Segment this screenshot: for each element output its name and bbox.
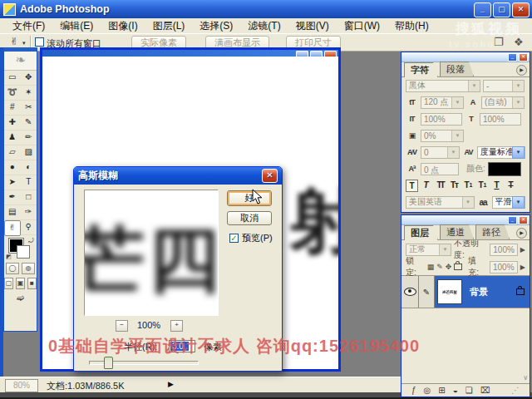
opacity-spinner-icon[interactable]: ▶ [520,246,525,254]
layer-visibility-eye-icon[interactable] [404,288,416,296]
adjustment-layer-icon[interactable]: ◒ [453,386,458,395]
baseline-shift-field[interactable]: 0 点 [421,163,459,175]
tab-channels[interactable]: 通道 [440,224,474,239]
move-tool[interactable]: ✥ [21,71,37,86]
blend-mode-select[interactable]: 正常 ▼ [406,244,451,256]
close-button[interactable]: ✕ [512,2,530,17]
tracking-select[interactable]: 度量标准 ▼ [477,146,525,159]
new-layer-icon[interactable]: ❏ [466,386,473,395]
layers-palette-titlebar[interactable]: _ ✕ [401,215,530,225]
dialog-close-button[interactable]: ✕ [262,169,278,183]
palette-close-icon[interactable]: ✕ [519,216,528,224]
new-group-icon[interactable]: ⊞ [438,386,445,395]
menu-file[interactable]: 文件(F) [5,18,52,34]
menu-select[interactable]: 选择(S) [192,18,240,34]
character-palette-titlebar[interactable]: _ ✕ [401,52,530,62]
palette-close-icon[interactable]: ✕ [519,53,528,62]
background-layer-row[interactable]: ✎ 光芒四射 背景 [401,275,530,308]
standard-mode-button[interactable]: ◯ [6,263,19,274]
zoom-in-button[interactable]: + [170,320,183,332]
hand-tool[interactable]: ✌ [4,220,21,236]
tab-paragraph[interactable]: 段落 [440,62,474,76]
font-size-select[interactable]: 120 点 ▼ [421,96,464,109]
lock-transparency-icon[interactable]: ▦ [427,263,435,271]
palette-menu-icon[interactable]: ▶ [516,65,527,76]
default-colors-icon[interactable]: ◩ [6,254,12,260]
font-style-select[interactable]: - ▼ [483,80,525,92]
menu-filter[interactable]: 滤镜(T) [240,18,288,34]
swap-colors-icon[interactable]: ⤾ [28,237,34,245]
brush-tool[interactable]: ✎ [21,116,37,131]
layer-style-icon[interactable]: ƒ [411,386,416,395]
minimize-button[interactable]: _ [474,2,491,17]
ok-button[interactable]: 好 [227,190,272,206]
tab-paths[interactable]: 路径 [475,224,510,239]
maximize-button[interactable]: ▢ [493,2,510,17]
superscript-button[interactable]: T1 [462,180,475,192]
delete-layer-icon[interactable]: ⌧ [480,386,490,395]
palette-menu-icon[interactable]: ▶ [516,228,527,239]
layer-mask-icon[interactable]: ◎ [424,386,431,395]
path-selection-tool[interactable]: ➤ [4,175,21,190]
dodge-tool[interactable]: ◐ [21,160,37,175]
lock-all-icon[interactable] [454,264,462,270]
clone-stamp-tool[interactable]: ♟ [4,131,21,145]
history-brush-tool[interactable]: ✏ [21,131,37,145]
crop-tool[interactable]: # [4,101,21,116]
standard-screen-button[interactable]: ▢ [4,278,13,289]
leading-select[interactable]: (自动) ▼ [481,96,525,109]
palette-minimize-icon[interactable]: _ [508,53,517,62]
radius-slider-thumb[interactable] [104,357,113,369]
resize-grip-icon[interactable]: ⋰ [511,386,520,395]
magic-wand-tool[interactable]: ✶ [21,86,37,101]
vertical-scale-field[interactable]: 100% [421,113,462,126]
language-select[interactable]: 美国英语 ▼ [406,196,475,209]
blur-tool[interactable]: ● [4,160,21,175]
opacity-field[interactable]: 100% [490,244,518,256]
horizontal-scale-field[interactable]: 100% [480,113,521,126]
eyedropper-tool[interactable]: ✑ [21,205,37,220]
pen-tool[interactable]: ✒ [4,190,21,205]
zoom-percentage-field[interactable]: 80% [5,379,38,392]
tab-layers[interactable]: 图层 [404,225,438,240]
layer-thumbnail[interactable]: 光芒四射 [438,280,461,303]
notes-tool[interactable]: ▤ [4,205,21,220]
fullscreen-menubar-button[interactable]: ▣ [16,278,25,289]
dialog-titlebar[interactable]: 高斯模糊 ✕ [74,167,282,185]
zoom-out-button[interactable]: − [116,320,128,332]
gradient-tool[interactable]: ▨ [21,145,37,160]
document-titlebar[interactable] [42,50,338,57]
scroll-down-icon[interactable]: ∨ [523,374,528,382]
text-color-swatch[interactable] [488,162,521,176]
menu-help[interactable]: 帮助(H) [387,18,436,34]
all-caps-button[interactable]: TT [434,180,446,192]
font-family-select[interactable]: 黑体 ▼ [406,80,480,92]
subscript-button[interactable]: T1 [476,180,489,192]
fill-spinner-icon[interactable]: ▶ [520,264,525,271]
healing-brush-tool[interactable]: ✚ [4,116,21,131]
small-caps-button[interactable]: Tт [448,180,461,192]
underline-button[interactable]: T [490,180,503,192]
preview-checkbox[interactable]: ✓ [229,234,239,243]
menu-layer[interactable]: 图层(L) [145,18,193,34]
rectangular-marquee-tool[interactable]: ▭ [4,71,21,86]
antialias-select[interactable]: 平滑 ▼ [492,196,525,209]
scroll-all-windows-checkbox[interactable] [35,37,44,47]
menu-edit[interactable]: 编辑(E) [52,18,101,34]
zoom-tool[interactable]: ⚲ [21,220,37,235]
menu-view[interactable]: 视图(V) [288,18,337,34]
faux-italic-button[interactable]: T [420,180,432,192]
menu-image[interactable]: 图像(I) [101,18,145,34]
lock-position-icon[interactable]: ✥ [446,263,452,271]
kerning-select[interactable]: 0 ▼ [421,146,460,159]
quick-mask-button[interactable]: ◍ [22,263,35,274]
slice-tool[interactable]: ✂ [21,101,37,116]
shape-tool[interactable]: □ [21,190,37,205]
tool-preset-caret-icon[interactable]: ▾ [22,40,26,47]
fullscreen-button[interactable]: ■ [27,278,37,289]
fill-field[interactable]: 100% [490,261,518,273]
hand-tool-icon[interactable]: ✌ [10,36,18,47]
lasso-tool[interactable]: ➰ [4,86,21,101]
tsume-select[interactable]: 0% ▼ [421,130,464,142]
status-menu-arrow-icon[interactable]: ▶ [168,380,174,388]
